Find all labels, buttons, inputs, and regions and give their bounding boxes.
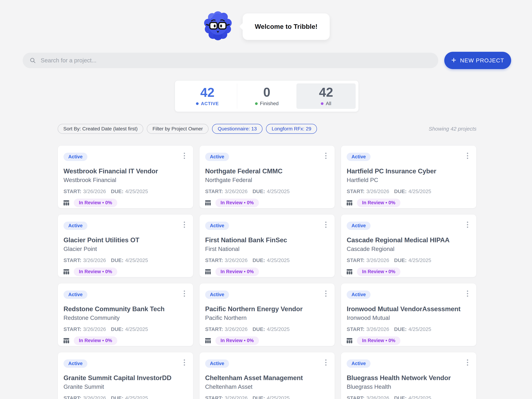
project-card[interactable]: Active Pacific Northern Energy Vendor Pa… [199, 283, 335, 346]
project-card[interactable]: Active First National Bank FinSec First … [199, 214, 335, 277]
card-footer: In Review • 0% [205, 199, 328, 207]
filter-row: Sort By: Created Date (latest first) Fil… [58, 124, 476, 134]
start-date: 3/26/2026 [83, 257, 106, 263]
due-date: 4/25/2025 [267, 188, 290, 194]
due-label: DUE: [111, 326, 123, 332]
start-date: 3/26/2026 [366, 188, 389, 194]
card-footer: In Review • 0% [63, 268, 186, 276]
table-icon[interactable] [205, 200, 211, 206]
questionnaire-filter-pill[interactable]: Questionnaire: 13 [212, 124, 262, 134]
due-label: DUE: [111, 188, 123, 194]
start-date: 3/26/2026 [225, 188, 248, 194]
sort-by-pill[interactable]: Sort By: Created Date (latest first) [58, 124, 143, 134]
project-company: Redstone Community [63, 314, 186, 321]
card-footer: In Review • 0% [205, 337, 328, 345]
kebab-menu-icon[interactable] [324, 289, 328, 298]
search-bar[interactable] [23, 53, 438, 68]
kebab-menu-icon[interactable] [324, 152, 328, 160]
showing-count-text: Showing 42 projects [429, 126, 476, 132]
card-footer: In Review • 0% [347, 268, 469, 276]
start-date: 3/26/2026 [83, 188, 106, 194]
status-badge: Active [63, 153, 87, 161]
table-icon[interactable] [347, 200, 352, 206]
table-icon[interactable] [63, 269, 69, 274]
kebab-menu-icon[interactable] [183, 289, 186, 298]
start-label: START: [205, 257, 223, 263]
project-card[interactable]: Active Bluegrass Health Network Vendor B… [341, 352, 476, 399]
plus-icon: + [451, 56, 457, 64]
search-icon [29, 57, 36, 64]
project-company: Pacific Northern [205, 314, 328, 321]
project-card[interactable]: Active Northgate Federal CMMC Northgate … [199, 145, 335, 208]
project-grid: Active Westbrook Financial IT Vendor Wes… [58, 145, 476, 399]
kebab-menu-icon[interactable] [183, 152, 186, 160]
status-badge: Active [63, 359, 87, 368]
project-card[interactable]: Active Redstone Community Bank Tech Reds… [58, 283, 193, 346]
table-icon[interactable] [63, 200, 69, 206]
kebab-menu-icon[interactable] [183, 358, 186, 367]
search-input[interactable] [41, 57, 433, 64]
review-status-badge: In Review • 0% [215, 337, 259, 345]
table-icon[interactable] [347, 338, 352, 343]
all-dot-icon [321, 102, 323, 105]
project-dates: START:3/26/2026 DUE:4/25/2025 [347, 257, 469, 263]
project-stats-card: 42 ACTIVE 0 Finished 42 All [175, 80, 359, 112]
start-label: START: [205, 326, 223, 332]
finished-dot-icon [255, 102, 258, 105]
start-label: START: [63, 326, 81, 332]
due-date: 4/25/2025 [125, 188, 148, 194]
project-card[interactable]: Active Glacier Point Utilities OT Glacie… [58, 214, 193, 277]
project-card[interactable]: Active Cheltenham Asset Management Chelt… [199, 352, 335, 399]
table-icon[interactable] [205, 269, 211, 274]
review-status-badge: In Review • 0% [357, 337, 400, 345]
review-status-badge: In Review • 0% [215, 268, 259, 276]
new-project-button[interactable]: + NEW PROJECT [444, 52, 511, 69]
card-footer: In Review • 0% [63, 199, 186, 207]
kebab-menu-icon[interactable] [324, 220, 328, 229]
due-date: 4/25/2025 [267, 326, 290, 332]
start-date: 3/26/2026 [83, 326, 106, 332]
stat-tab-all[interactable]: 42 All [296, 83, 356, 109]
stat-tab-active[interactable]: 42 ACTIVE [178, 83, 237, 109]
project-card[interactable]: Active Hartfield PC Insurance Cyber Hart… [341, 145, 476, 208]
kebab-menu-icon[interactable] [183, 220, 186, 229]
project-company: Ironwood Mutual [347, 314, 469, 321]
project-company: Granite Summit [63, 383, 186, 390]
due-date: 4/25/2025 [125, 395, 148, 399]
review-status-badge: In Review • 0% [74, 268, 117, 276]
status-badge: Active [205, 153, 229, 161]
project-dates: START:3/26/2026 DUE:4/25/2025 [63, 326, 186, 332]
project-card[interactable]: Active Westbrook Financial IT Vendor Wes… [58, 145, 193, 208]
project-card[interactable]: Active Granite Summit Capital InvestorDD… [58, 352, 193, 399]
project-company: Bluegrass Health [347, 383, 469, 390]
filter-owner-pill[interactable]: Filter by Project Owner [147, 124, 209, 134]
project-dates: START:3/26/2026 DUE:4/25/2025 [347, 326, 469, 332]
project-title: Glacier Point Utilities OT [63, 236, 186, 244]
welcome-text: Welcome to Tribble! [255, 23, 318, 30]
due-date: 4/25/2025 [408, 188, 431, 194]
project-card[interactable]: Active Cascade Regional Medical HIPAA Ca… [341, 214, 476, 277]
review-status-badge: In Review • 0% [357, 268, 400, 276]
start-date: 3/26/2026 [225, 257, 248, 263]
kebab-menu-icon[interactable] [466, 358, 469, 367]
project-card[interactable]: Active Ironwood Mutual VendorAssessment … [341, 283, 476, 346]
table-icon[interactable] [205, 338, 211, 343]
stat-tab-finished[interactable]: 0 Finished [237, 83, 296, 109]
kebab-menu-icon[interactable] [466, 289, 469, 298]
start-date: 3/26/2026 [225, 395, 248, 399]
project-title: Hartfield PC Insurance Cyber [347, 167, 469, 175]
start-date: 3/26/2026 [366, 257, 389, 263]
kebab-menu-icon[interactable] [466, 152, 469, 160]
table-icon[interactable] [63, 338, 69, 343]
start-label: START: [205, 395, 223, 399]
active-label: ACTIVE [201, 101, 219, 106]
longform-rfx-filter-pill[interactable]: Longform RFx: 29 [266, 124, 317, 134]
table-icon[interactable] [347, 269, 352, 274]
status-badge: Active [63, 222, 87, 230]
status-badge: Active [63, 291, 87, 299]
start-date: 3/26/2026 [225, 326, 248, 332]
project-company: Hartfield PC [347, 176, 469, 184]
kebab-menu-icon[interactable] [466, 220, 469, 229]
kebab-menu-icon[interactable] [324, 358, 328, 367]
status-badge: Active [347, 291, 371, 299]
